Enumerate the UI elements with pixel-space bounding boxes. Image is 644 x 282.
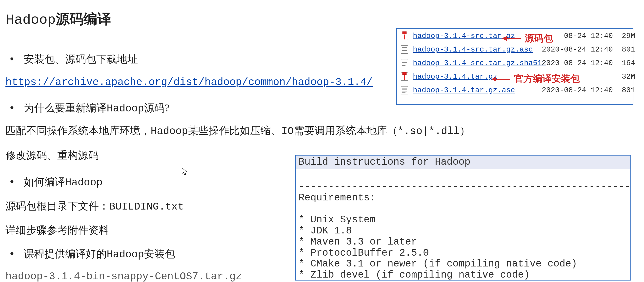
bullet-text: 安装包、源码包下载地址 <box>24 53 138 65</box>
svg-rect-8 <box>401 59 408 67</box>
bullet-prefix: 如何编译 <box>24 176 65 188</box>
annotation-binary-package: 官方编译安装包 <box>514 72 580 85</box>
svg-rect-3 <box>401 46 408 53</box>
bullet-item-why-compile: 为什么要重新编译Hadoop源码? <box>24 101 170 115</box>
file-date: 2020-08-24 12:40 <box>536 45 613 54</box>
page-title: Hadoop源码编译 <box>6 10 111 29</box>
bullet-item-how-compile: 如何编译Hadoop <box>24 175 102 189</box>
file-link[interactable]: hadoop-3.1.4.tar.gz.asc <box>413 86 536 94</box>
file-size: 32M <box>613 72 635 81</box>
file-row: hadoop-3.1.4-src.tar.gz.asc 2020-08-24 1… <box>397 43 633 56</box>
text-file-icon <box>400 58 410 68</box>
file-link[interactable]: hadoop-3.1.4-src.tar.gz.asc <box>413 45 536 54</box>
text-file-icon <box>400 85 410 95</box>
file-row: hadoop-3.1.4-src.tar.gz 08-24 12:40 29M <box>397 29 633 43</box>
bullet-suffix: 安装包 <box>144 248 175 260</box>
text: 源码包根目录下文件： <box>6 200 109 212</box>
file-date: 2020-08-24 12:40 <box>536 59 613 67</box>
title-text: 源码编译 <box>56 11 111 27</box>
file-size: 801 <box>613 45 635 54</box>
bullet-mono: Hadoop <box>65 177 102 189</box>
bullet-item-provided-pkg: 课程提供编译好的Hadoop安装包 <box>24 247 175 261</box>
cursor-icon <box>182 168 187 175</box>
title-hadoop: Hadoop <box>6 12 56 28</box>
bullet-mono: Hadoop <box>107 249 144 261</box>
arrow-left-icon <box>492 77 510 81</box>
text: 匹配不同操作系统本地库环境， <box>6 125 151 136</box>
file-row: hadoop-3.1.4-src.tar.gz.sha512 2020-08-2… <box>397 56 633 70</box>
text-mono: BUILDING.txt <box>109 201 184 213</box>
file-link[interactable]: hadoop-3.1.4-src.tar.gz.sha512 <box>413 59 536 67</box>
document-page: Hadoop源码编译 安装包、源码包下载地址 为什么要重新编译Hadoop源码?… <box>0 0 644 282</box>
svg-rect-14 <box>402 72 406 75</box>
paragraph-provided-filename: hadoop-3.1.4-bin-snappy-CentOS7.tar.gz <box>6 271 242 282</box>
archive-icon <box>400 31 410 41</box>
bullet-item-download: 安装包、源码包下载地址 <box>24 52 138 66</box>
paragraph-native-lib: 匹配不同操作系统本地库环境，Hadoop某些操作比如压缩、IO需要调用系统本地库… <box>6 124 470 138</box>
paragraph-building-txt: 源码包根目录下文件：BUILDING.txt <box>6 199 184 213</box>
build-instructions-body: ----------------------------------------… <box>296 169 630 281</box>
file-date: 2020-08-24 12:40 <box>536 86 613 94</box>
file-size: 29M <box>613 32 635 40</box>
text-mono: *.so|*.dll <box>398 126 460 137</box>
paragraph-details: 详细步骤参考附件资料 <box>6 223 109 237</box>
file-row: hadoop-3.1.4.tar.gz.asc 2020-08-24 12:40… <box>397 83 633 97</box>
arrow-left-icon <box>502 37 521 40</box>
text: 需要调用系统本地库（ <box>294 125 398 136</box>
text: ） <box>460 125 470 136</box>
build-instructions-header: Build instructions for Hadoop <box>296 155 630 169</box>
paragraph-modify-src: 修改源码、重构源码 <box>6 148 99 162</box>
file-size: 801 <box>613 86 635 94</box>
text-mono: Hadoop <box>151 126 188 137</box>
build-instructions-box: Build instructions for Hadoop ----------… <box>295 155 631 281</box>
bullet-mono: Hadoop <box>107 103 144 115</box>
svg-rect-15 <box>404 75 405 80</box>
annotation-source-package: 源码包 <box>525 32 553 45</box>
text: 某些操作比如压缩、 <box>188 125 281 136</box>
download-url-link[interactable]: https://archive.apache.org/dist/hadoop/c… <box>6 76 372 88</box>
archive-icon <box>400 72 410 82</box>
bullet-prefix: 为什么要重新编译 <box>24 102 107 114</box>
bullet-suffix: 源码? <box>144 102 170 114</box>
file-size: 164 <box>613 59 635 67</box>
text-mono: IO <box>281 126 294 137</box>
bullet-prefix: 课程提供编译好的 <box>24 248 107 260</box>
svg-rect-1 <box>402 31 406 34</box>
svg-rect-2 <box>404 34 405 39</box>
text-file-icon <box>400 45 410 54</box>
svg-rect-16 <box>401 86 408 94</box>
